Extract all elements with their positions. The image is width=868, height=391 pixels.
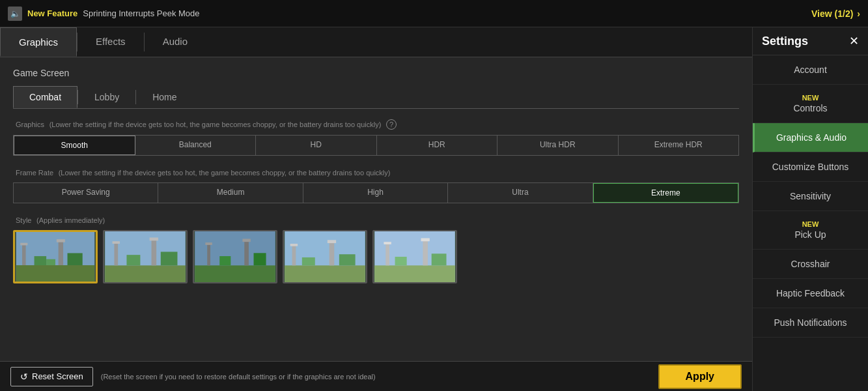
svg-rect-3 <box>20 243 27 246</box>
sidebar-title: Settings <box>762 35 808 48</box>
sidebar-item-haptic-feedback[interactable]: Haptic Feedback <box>753 279 868 308</box>
style-thumb-0[interactable] <box>13 230 98 283</box>
graphics-label: Graphics (Lower the setting if the devic… <box>13 119 739 130</box>
graphics-ultra-hdr-btn[interactable]: Ultra HDR <box>497 136 619 155</box>
sub-tab-lobby[interactable]: Lobby <box>78 86 135 108</box>
sidebar-header: Settings ✕ <box>753 27 868 55</box>
svg-rect-10 <box>105 265 186 282</box>
sidebar-item-push-notifications[interactable]: Push Notifications <box>753 308 868 338</box>
tab-audio[interactable]: Audio <box>145 27 206 57</box>
svg-rect-38 <box>421 238 430 241</box>
top-bar: 🔈 New Feature Sprinting Interrupts Peek … <box>0 0 868 27</box>
sidebar-item-customize-buttons[interactable]: Customize Buttons <box>753 152 868 182</box>
style-setting-row: Style (Applies immediately) <box>13 215 739 283</box>
fps-medium-btn[interactable]: Medium <box>158 183 303 203</box>
svg-rect-22 <box>242 239 250 242</box>
feature-text: Sprinting Interrupts Peek Mode <box>83 8 199 18</box>
sidebar-item-sensitivity[interactable]: Sensitivity <box>753 182 868 211</box>
svg-rect-37 <box>423 240 428 265</box>
svg-rect-28 <box>290 244 298 246</box>
main-layout: Graphics Effects Audio Game Screen Comba… <box>0 27 868 391</box>
tab-bar: Graphics Effects Audio <box>0 27 752 57</box>
settings-sidebar: Settings ✕ Account NEW Controls Graphics… <box>752 27 868 391</box>
svg-rect-7 <box>68 253 83 265</box>
content-area: Graphics Effects Audio Game Screen Comba… <box>0 27 752 391</box>
svg-rect-13 <box>152 239 157 265</box>
framerate-setting-row: Frame Rate (Lower the setting if the dev… <box>13 167 739 203</box>
svg-rect-1 <box>16 265 94 282</box>
sub-tab-bar: Combat Lobby Home <box>13 86 739 109</box>
svg-rect-39 <box>395 257 407 265</box>
view-label: View (1/2) <box>811 8 853 19</box>
speaker-icon: 🔈 <box>8 7 22 21</box>
view-button[interactable]: View (1/2) › <box>811 8 860 19</box>
game-screen-label: Game Screen <box>13 68 739 78</box>
sub-tab-combat[interactable]: Combat <box>13 86 77 108</box>
fps-ultra-btn[interactable]: Ultra <box>448 183 593 203</box>
svg-rect-14 <box>150 238 158 241</box>
style-thumb-3[interactable] <box>283 230 367 283</box>
notification-bar: 🔈 New Feature Sprinting Interrupts Peek … <box>8 7 200 21</box>
reset-icon: ↺ <box>20 371 28 382</box>
fps-high-btn[interactable]: High <box>303 183 448 203</box>
graphics-help-icon[interactable]: ? <box>386 119 397 130</box>
fps-power-saving-btn[interactable]: Power Saving <box>14 183 158 203</box>
style-thumbnails <box>13 230 739 283</box>
svg-rect-23 <box>219 256 231 265</box>
framerate-label: Frame Rate (Lower the setting if the dev… <box>13 167 739 177</box>
sidebar-item-crosshair[interactable]: Crosshair <box>753 250 868 279</box>
svg-rect-24 <box>254 253 266 265</box>
svg-rect-32 <box>339 254 356 265</box>
svg-rect-4 <box>59 241 63 265</box>
style-thumb-4[interactable] <box>372 230 457 283</box>
style-label: Style (Applies immediately) <box>13 215 739 225</box>
svg-rect-26 <box>285 265 365 282</box>
svg-rect-5 <box>57 239 65 242</box>
sidebar-item-controls[interactable]: NEW Controls <box>753 85 868 123</box>
svg-rect-31 <box>302 257 315 265</box>
graphics-extreme-hdr-btn[interactable]: Extreme HDR <box>619 136 739 155</box>
tab-effects[interactable]: Effects <box>77 27 144 57</box>
graphics-setting-row: Graphics (Lower the setting if the devic… <box>13 119 739 156</box>
bottom-bar: ↺ Reset Screen (Reset the screen if you … <box>0 361 752 391</box>
svg-rect-8 <box>46 259 55 265</box>
chevron-right-icon: › <box>857 8 860 19</box>
tab-graphics[interactable]: Graphics <box>0 27 77 57</box>
reset-hint-text: (Reset the screen if you need to restore… <box>101 373 651 381</box>
sub-tab-home[interactable]: Home <box>136 86 193 108</box>
svg-rect-40 <box>432 253 447 265</box>
sidebar-item-pick-up[interactable]: NEW Pick Up <box>753 211 868 250</box>
svg-rect-29 <box>329 242 335 265</box>
graphics-options: Smooth Balanced HD HDR Ultra HDR Extreme… <box>13 135 739 156</box>
apply-button[interactable]: Apply <box>658 364 742 389</box>
svg-rect-11 <box>114 242 118 265</box>
graphics-balanced-btn[interactable]: Balanced <box>135 136 257 155</box>
close-icon[interactable]: ✕ <box>849 34 859 48</box>
sidebar-item-graphics-audio[interactable]: Graphics & Audio <box>753 123 868 152</box>
svg-rect-34 <box>374 265 455 282</box>
style-thumb-2[interactable] <box>193 230 277 283</box>
svg-rect-19 <box>207 244 210 265</box>
svg-rect-6 <box>35 256 47 265</box>
reset-screen-button[interactable]: ↺ Reset Screen <box>10 367 93 386</box>
settings-content: Game Screen Combat Lobby Home Graphics <box>0 57 752 361</box>
new-feature-badge: New Feature <box>27 8 77 18</box>
svg-rect-35 <box>385 243 389 265</box>
fps-extreme-btn[interactable]: Extreme <box>593 183 738 203</box>
graphics-smooth-btn[interactable]: Smooth <box>14 136 135 155</box>
svg-rect-20 <box>205 242 212 245</box>
svg-rect-15 <box>126 255 140 265</box>
svg-rect-30 <box>328 240 336 243</box>
graphics-hdr-btn[interactable]: HDR <box>377 136 498 155</box>
framerate-options: Power Saving Medium High Ultra Extreme <box>13 182 739 203</box>
svg-rect-18 <box>195 265 275 282</box>
style-thumb-1[interactable] <box>103 230 188 283</box>
svg-rect-12 <box>113 241 120 244</box>
svg-rect-21 <box>244 240 249 265</box>
graphics-hd-btn[interactable]: HD <box>256 136 377 155</box>
svg-rect-36 <box>384 242 391 244</box>
sidebar-item-account[interactable]: Account <box>753 55 868 85</box>
svg-rect-16 <box>161 252 178 265</box>
svg-rect-2 <box>22 244 26 265</box>
svg-rect-27 <box>292 245 296 265</box>
